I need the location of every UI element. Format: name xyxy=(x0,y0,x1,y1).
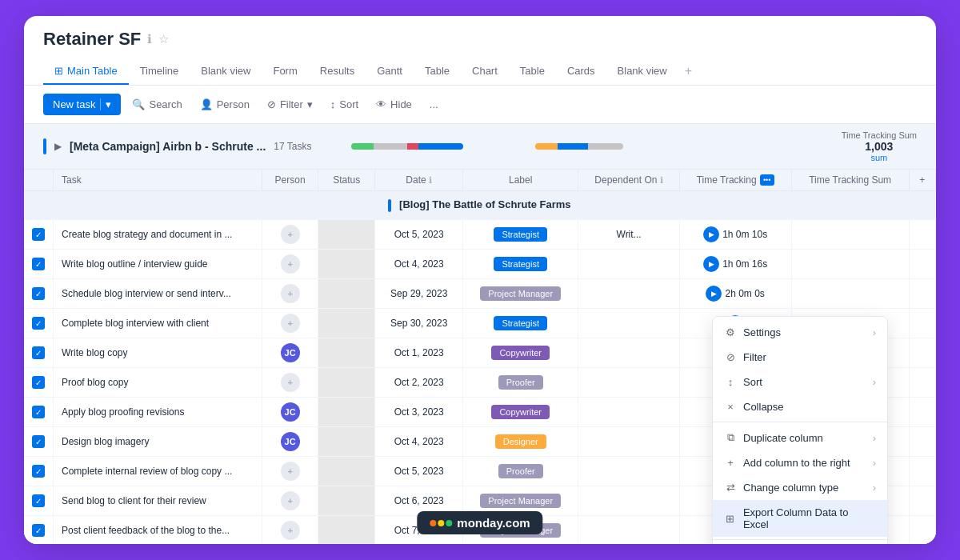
tab-form[interactable]: Form xyxy=(262,58,308,85)
checkbox-checked[interactable]: ✓ xyxy=(32,346,45,359)
task-cell[interactable]: Write blog copy xyxy=(54,338,262,368)
person-cell[interactable]: + xyxy=(262,279,318,309)
row-checkbox[interactable]: ✓ xyxy=(24,279,54,309)
task-cell[interactable]: Complete blog interview with client xyxy=(54,309,262,338)
status-cell[interactable] xyxy=(318,457,375,486)
tab-results[interactable]: Results xyxy=(309,58,366,85)
filter-button[interactable]: ⊘ Filter ▾ xyxy=(261,94,319,114)
label-cell[interactable]: Strategist xyxy=(462,220,578,250)
status-cell[interactable] xyxy=(318,279,375,309)
date-cell[interactable]: Oct 2, 2023 xyxy=(375,368,463,398)
menu-item-settings[interactable]: ⚙Settings› xyxy=(713,320,887,345)
label-cell[interactable]: Strategist xyxy=(462,250,578,279)
person-filter-button[interactable]: 👤 Person xyxy=(194,94,256,114)
menu-item-sort[interactable]: ↕Sort› xyxy=(713,370,887,394)
checkbox-checked[interactable]: ✓ xyxy=(32,406,45,418)
task-cell[interactable]: Create blog strategy and document in ... xyxy=(54,220,262,250)
expand-group-arrow[interactable]: ▶ xyxy=(54,141,62,152)
dependent-on-cell[interactable] xyxy=(578,368,679,398)
tab-main-table[interactable]: ⊞ Main Table xyxy=(43,58,129,85)
dependent-on-cell[interactable] xyxy=(578,457,679,486)
dependent-on-cell[interactable] xyxy=(578,516,679,545)
dependent-on-cell[interactable] xyxy=(578,250,679,279)
add-col-header[interactable]: + xyxy=(909,170,935,191)
row-checkbox[interactable]: ✓ xyxy=(24,457,54,486)
person-cell[interactable]: + xyxy=(262,368,318,398)
add-tab-button[interactable]: + xyxy=(678,58,698,85)
time-tracking-col-header[interactable]: Time Tracking ••• xyxy=(679,170,791,191)
search-button[interactable]: 🔍 Search xyxy=(126,94,188,114)
menu-item-rename[interactable]: ✏Rename xyxy=(713,542,887,544)
label-cell[interactable]: Strategist xyxy=(462,309,578,338)
date-cell[interactable]: Oct 4, 2023 xyxy=(375,427,463,457)
person-cell[interactable]: + xyxy=(262,457,318,486)
task-cell[interactable]: Design blog imagery xyxy=(54,427,262,457)
person-cell[interactable]: JC xyxy=(262,398,318,427)
person-cell[interactable]: + xyxy=(262,220,318,250)
status-cell[interactable] xyxy=(318,427,375,457)
checkbox-checked[interactable]: ✓ xyxy=(32,317,45,330)
dependent-on-cell[interactable] xyxy=(578,486,679,516)
label-cell[interactable]: Copywriter xyxy=(462,338,578,368)
tab-blank-view-2[interactable]: Blank view xyxy=(606,58,678,85)
task-cell[interactable]: Complete internal review of blog copy ..… xyxy=(54,457,262,486)
task-cell[interactable]: Post client feedback of the blog to the.… xyxy=(54,516,262,545)
tab-blank-view-1[interactable]: Blank view xyxy=(190,58,262,85)
tab-table-2[interactable]: Table xyxy=(509,58,556,85)
checkbox-checked[interactable]: ✓ xyxy=(32,524,45,537)
status-cell[interactable] xyxy=(318,516,375,545)
play-button[interactable]: ▶ xyxy=(703,256,719,272)
date-cell[interactable]: Oct 4, 2023 xyxy=(375,250,463,279)
menu-item-duplicate-column[interactable]: ⧉Duplicate column› xyxy=(713,425,887,450)
person-cell[interactable]: JC xyxy=(262,427,318,457)
status-cell[interactable] xyxy=(318,368,375,398)
row-checkbox[interactable]: ✓ xyxy=(24,250,54,279)
dependent-on-cell[interactable] xyxy=(578,398,679,427)
hide-button[interactable]: 👁 Hide xyxy=(370,94,418,114)
tab-timeline[interactable]: Timeline xyxy=(129,58,190,85)
time-tracking-cell[interactable]: ▶1h 0m 10s xyxy=(679,220,791,250)
person-cell[interactable]: + xyxy=(262,309,318,338)
label-cell[interactable]: Designer xyxy=(462,427,578,457)
checkbox-checked[interactable]: ✓ xyxy=(32,228,45,241)
time-tracking-menu-btn[interactable]: ••• xyxy=(760,174,774,186)
row-checkbox[interactable]: ✓ xyxy=(24,427,54,457)
status-cell[interactable] xyxy=(318,309,375,338)
date-cell[interactable]: Oct 3, 2023 xyxy=(375,398,463,427)
row-checkbox[interactable]: ✓ xyxy=(24,368,54,398)
person-cell[interactable]: + xyxy=(262,516,318,545)
menu-item-export-column-data-to-excel[interactable]: ⊞Export Column Data to Excel xyxy=(713,500,887,537)
row-checkbox[interactable]: ✓ xyxy=(24,486,54,516)
checkbox-checked[interactable]: ✓ xyxy=(32,494,45,507)
more-button[interactable]: ... xyxy=(423,94,445,114)
date-cell[interactable]: Oct 5, 2023 xyxy=(375,220,463,250)
play-button[interactable]: ▶ xyxy=(703,226,719,242)
time-tracking-cell[interactable]: ▶1h 0m 16s xyxy=(679,250,791,279)
task-cell[interactable]: Send blog to client for their review xyxy=(54,486,262,516)
tab-chart[interactable]: Chart xyxy=(461,58,509,85)
tab-cards[interactable]: Cards xyxy=(556,58,606,85)
row-checkbox[interactable]: ✓ xyxy=(24,338,54,368)
menu-item-collapse[interactable]: ×Collapse xyxy=(713,394,887,419)
date-cell[interactable]: Oct 5, 2023 xyxy=(375,457,463,486)
task-cell[interactable]: Apply blog proofing revisions xyxy=(54,398,262,427)
row-checkbox[interactable]: ✓ xyxy=(24,516,54,545)
menu-item-change-column-type[interactable]: ⇄Change column type› xyxy=(713,475,887,500)
play-button[interactable]: ▶ xyxy=(706,286,722,302)
label-cell[interactable]: Proofer xyxy=(462,368,578,398)
row-checkbox[interactable]: ✓ xyxy=(24,220,54,250)
dependent-on-cell[interactable] xyxy=(578,427,679,457)
tab-table-1[interactable]: Table xyxy=(414,58,461,85)
label-cell[interactable]: Copywriter xyxy=(462,398,578,427)
person-cell[interactable]: JC xyxy=(262,338,318,368)
menu-item-filter[interactable]: ⊘Filter xyxy=(713,345,887,370)
checkbox-checked[interactable]: ✓ xyxy=(32,287,45,300)
dependent-on-cell[interactable]: Writ... xyxy=(578,220,679,250)
status-cell[interactable] xyxy=(318,220,375,250)
label-cell[interactable]: Project Manager xyxy=(462,279,578,309)
star-icon[interactable]: ☆ xyxy=(158,32,169,46)
status-cell[interactable] xyxy=(318,486,375,516)
label-cell[interactable]: Proofer xyxy=(462,457,578,486)
status-cell[interactable] xyxy=(318,338,375,368)
sort-button[interactable]: ↕ Sort xyxy=(324,94,365,114)
